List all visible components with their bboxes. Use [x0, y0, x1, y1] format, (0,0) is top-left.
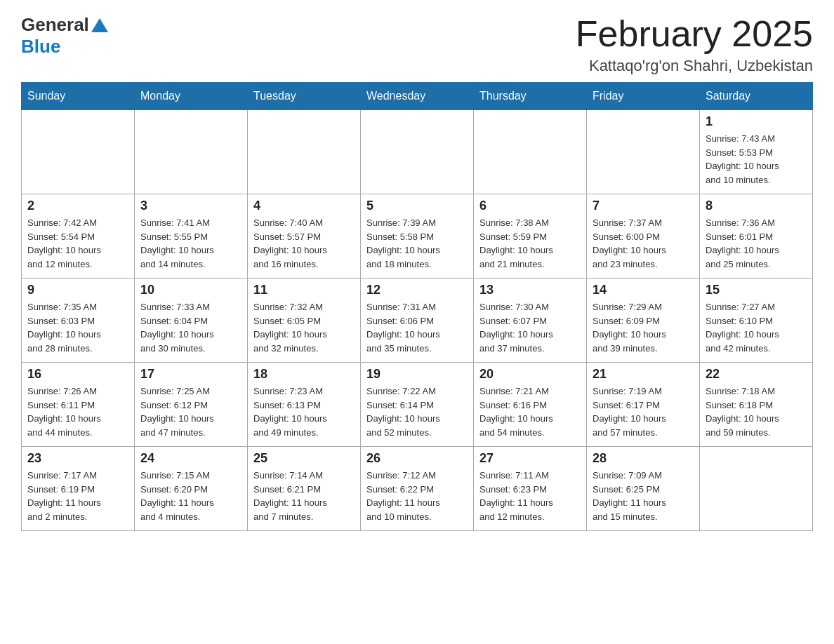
day-info: Sunrise: 7:27 AMSunset: 6:10 PMDaylight:…: [706, 300, 807, 355]
day-info: Sunrise: 7:15 AMSunset: 6:20 PMDaylight:…: [140, 469, 241, 523]
day-info: Sunrise: 7:35 AMSunset: 6:03 PMDaylight:…: [27, 300, 128, 355]
day-number: 12: [366, 283, 468, 297]
calendar-cell: 18Sunrise: 7:23 AMSunset: 6:13 PMDayligh…: [248, 363, 361, 447]
calendar-cell: 23Sunrise: 7:17 AMSunset: 6:19 PMDayligh…: [22, 447, 135, 531]
calendar-cell: 6Sunrise: 7:38 AMSunset: 5:59 PMDaylight…: [474, 194, 587, 279]
day-number: 27: [479, 451, 581, 466]
day-info: Sunrise: 7:33 AMSunset: 6:04 PMDaylight:…: [140, 300, 241, 355]
day-number: 7: [593, 199, 694, 213]
calendar-cell: 20Sunrise: 7:21 AMSunset: 6:16 PMDayligh…: [474, 363, 587, 447]
calendar-table: SundayMondayTuesdayWednesdayThursdayFrid…: [21, 82, 813, 531]
calendar-cell: 13Sunrise: 7:30 AMSunset: 6:07 PMDayligh…: [474, 279, 587, 363]
location-title: Kattaqo'rg'on Shahri, Uzbekistan: [576, 57, 813, 75]
weekday-header-thursday: Thursday: [474, 83, 587, 110]
calendar-cell: 1Sunrise: 7:43 AMSunset: 5:53 PMDaylight…: [700, 110, 813, 194]
week-row-5: 23Sunrise: 7:17 AMSunset: 6:19 PMDayligh…: [22, 447, 813, 531]
day-number: 8: [706, 199, 807, 213]
day-info: Sunrise: 7:19 AMSunset: 6:17 PMDaylight:…: [593, 384, 694, 439]
day-info: Sunrise: 7:09 AMSunset: 6:25 PMDaylight:…: [593, 469, 694, 523]
day-info: Sunrise: 7:29 AMSunset: 6:09 PMDaylight:…: [593, 300, 694, 355]
calendar-cell: 11Sunrise: 7:32 AMSunset: 6:05 PMDayligh…: [248, 279, 361, 363]
calendar-cell: [474, 110, 587, 194]
logo-icon-area: [91, 18, 108, 32]
week-row-3: 9Sunrise: 7:35 AMSunset: 6:03 PMDaylight…: [22, 279, 813, 363]
day-number: 20: [479, 367, 581, 382]
logo: General Blue: [21, 14, 108, 58]
calendar-cell: 14Sunrise: 7:29 AMSunset: 6:09 PMDayligh…: [587, 279, 700, 363]
logo-general-text: General: [21, 14, 89, 36]
day-info: Sunrise: 7:38 AMSunset: 5:59 PMDaylight:…: [479, 216, 581, 271]
logo-line2: Blue: [21, 36, 108, 58]
day-number: 6: [479, 199, 581, 213]
day-number: 24: [140, 451, 241, 466]
day-info: Sunrise: 7:30 AMSunset: 6:07 PMDaylight:…: [479, 300, 581, 355]
weekday-header-friday: Friday: [587, 83, 700, 110]
calendar-cell: 12Sunrise: 7:31 AMSunset: 6:06 PMDayligh…: [361, 279, 474, 363]
page-header: General Blue February 2025 Kattaqo'rg'on…: [21, 14, 813, 75]
day-number: 14: [593, 283, 694, 297]
day-info: Sunrise: 7:12 AMSunset: 6:22 PMDaylight:…: [366, 469, 468, 523]
day-info: Sunrise: 7:21 AMSunset: 6:16 PMDaylight:…: [479, 384, 581, 439]
day-number: 23: [27, 451, 128, 466]
day-info: Sunrise: 7:23 AMSunset: 6:13 PMDaylight:…: [253, 384, 355, 439]
calendar-cell: [587, 110, 700, 194]
week-row-4: 16Sunrise: 7:26 AMSunset: 6:11 PMDayligh…: [22, 363, 813, 447]
calendar-cell: 24Sunrise: 7:15 AMSunset: 6:20 PMDayligh…: [135, 447, 248, 531]
week-row-1: 1Sunrise: 7:43 AMSunset: 5:53 PMDaylight…: [22, 110, 813, 194]
day-number: 9: [27, 283, 128, 297]
weekday-header-wednesday: Wednesday: [361, 83, 474, 110]
calendar-cell: [700, 447, 813, 531]
calendar-cell: [361, 110, 474, 194]
day-number: 11: [253, 283, 355, 297]
calendar-cell: 15Sunrise: 7:27 AMSunset: 6:10 PMDayligh…: [700, 279, 813, 363]
day-number: 26: [366, 451, 468, 466]
day-number: 15: [706, 283, 807, 297]
calendar-cell: 26Sunrise: 7:12 AMSunset: 6:22 PMDayligh…: [361, 447, 474, 531]
weekday-header-saturday: Saturday: [700, 83, 813, 110]
calendar-cell: [135, 110, 248, 194]
weekday-header-row: SundayMondayTuesdayWednesdayThursdayFrid…: [22, 83, 813, 110]
day-info: Sunrise: 7:17 AMSunset: 6:19 PMDaylight:…: [27, 469, 128, 523]
day-number: 4: [253, 199, 355, 213]
day-info: Sunrise: 7:26 AMSunset: 6:11 PMDaylight:…: [27, 384, 128, 439]
day-number: 10: [140, 283, 241, 297]
calendar-cell: 5Sunrise: 7:39 AMSunset: 5:58 PMDaylight…: [361, 194, 474, 279]
day-number: 13: [479, 283, 581, 297]
day-info: Sunrise: 7:22 AMSunset: 6:14 PMDaylight:…: [366, 384, 468, 439]
weekday-header-sunday: Sunday: [22, 83, 135, 110]
day-info: Sunrise: 7:11 AMSunset: 6:23 PMDaylight:…: [479, 469, 581, 523]
week-row-2: 2Sunrise: 7:42 AMSunset: 5:54 PMDaylight…: [22, 194, 813, 279]
calendar-cell: 22Sunrise: 7:18 AMSunset: 6:18 PMDayligh…: [700, 363, 813, 447]
calendar-cell: 10Sunrise: 7:33 AMSunset: 6:04 PMDayligh…: [135, 279, 248, 363]
day-number: 21: [593, 367, 694, 382]
day-info: Sunrise: 7:32 AMSunset: 6:05 PMDaylight:…: [253, 300, 355, 355]
day-number: 22: [706, 367, 807, 382]
calendar-cell: 25Sunrise: 7:14 AMSunset: 6:21 PMDayligh…: [248, 447, 361, 531]
day-info: Sunrise: 7:39 AMSunset: 5:58 PMDaylight:…: [366, 216, 468, 271]
calendar-cell: 27Sunrise: 7:11 AMSunset: 6:23 PMDayligh…: [474, 447, 587, 531]
day-number: 16: [27, 367, 128, 382]
day-info: Sunrise: 7:42 AMSunset: 5:54 PMDaylight:…: [27, 216, 128, 271]
month-title: February 2025: [576, 14, 813, 54]
day-number: 25: [253, 451, 355, 466]
day-number: 1: [706, 114, 807, 129]
day-info: Sunrise: 7:36 AMSunset: 6:01 PMDaylight:…: [706, 216, 807, 271]
calendar-cell: [22, 110, 135, 194]
weekday-header-tuesday: Tuesday: [248, 83, 361, 110]
day-info: Sunrise: 7:18 AMSunset: 6:18 PMDaylight:…: [706, 384, 807, 439]
day-number: 2: [27, 199, 128, 213]
calendar-cell: 3Sunrise: 7:41 AMSunset: 5:55 PMDaylight…: [135, 194, 248, 279]
day-info: Sunrise: 7:41 AMSunset: 5:55 PMDaylight:…: [140, 216, 241, 271]
calendar-cell: 4Sunrise: 7:40 AMSunset: 5:57 PMDaylight…: [248, 194, 361, 279]
day-number: 28: [593, 451, 694, 466]
title-area: February 2025 Kattaqo'rg'on Shahri, Uzbe…: [576, 14, 813, 75]
day-number: 5: [366, 199, 468, 213]
calendar-cell: 21Sunrise: 7:19 AMSunset: 6:17 PMDayligh…: [587, 363, 700, 447]
day-number: 17: [140, 367, 241, 382]
day-info: Sunrise: 7:40 AMSunset: 5:57 PMDaylight:…: [253, 216, 355, 271]
day-number: 3: [140, 199, 241, 213]
weekday-header-monday: Monday: [135, 83, 248, 110]
day-number: 19: [366, 367, 468, 382]
calendar-cell: 28Sunrise: 7:09 AMSunset: 6:25 PMDayligh…: [587, 447, 700, 531]
calendar-cell: 8Sunrise: 7:36 AMSunset: 6:01 PMDaylight…: [700, 194, 813, 279]
